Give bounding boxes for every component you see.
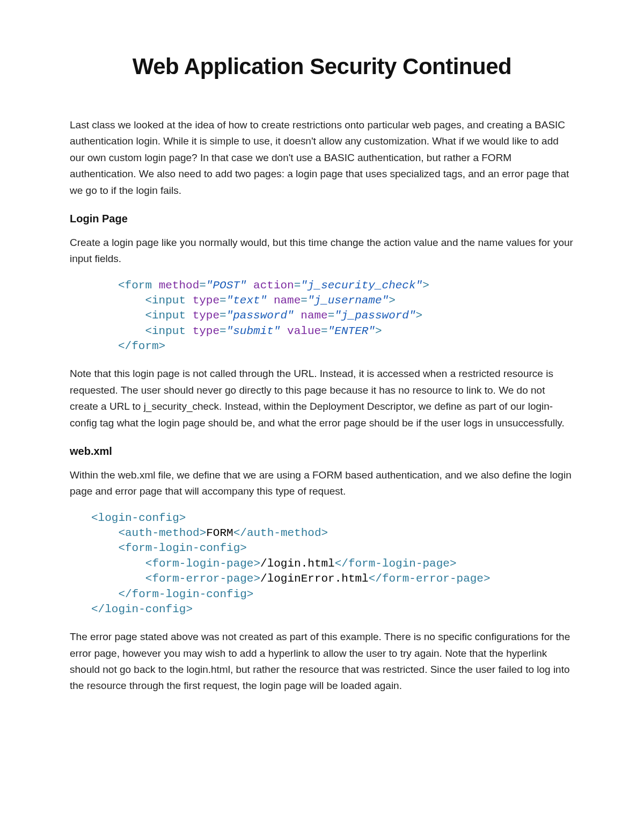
- webxml-para-2: The error page stated above was not crea…: [70, 629, 574, 694]
- login-page-para-2: Note that this login page is not called …: [70, 366, 574, 431]
- code-block-webxml: <login-config> <auth-method>FORM</auth-m…: [91, 511, 574, 617]
- webxml-para-1: Within the web.xml file, we define that …: [70, 467, 574, 500]
- code-block-login-form: <form method="POST" action="j_security_c…: [118, 278, 574, 354]
- section-login-page-heading: Login Page: [70, 213, 574, 225]
- page-title: Web Application Security Continued: [70, 54, 574, 79]
- section-webxml-heading: web.xml: [70, 445, 574, 458]
- intro-paragraph: Last class we looked at the idea of how …: [70, 117, 574, 199]
- document-page: Web Application Security Continued Last …: [0, 0, 644, 834]
- login-page-para-1: Create a login page like you normally wo…: [70, 235, 574, 267]
